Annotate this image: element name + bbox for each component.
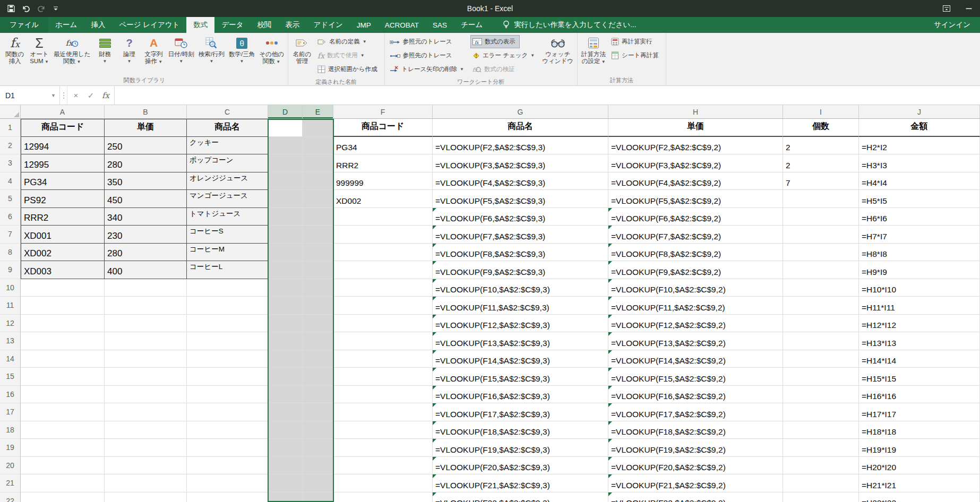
cell-B19[interactable] — [105, 439, 187, 457]
cell-J22[interactable]: =H22*I22 — [859, 492, 980, 502]
minimize-button[interactable] — [958, 0, 980, 17]
cell-E13[interactable] — [303, 332, 333, 350]
cell-I2[interactable]: 2 — [783, 137, 859, 155]
cell-H5[interactable]: =VLOOKUP(F5,$A$2:$C$9,2) — [608, 190, 783, 208]
row-header-7[interactable]: 7 — [0, 226, 21, 244]
column-header-I[interactable]: I — [783, 105, 859, 118]
cell-J13[interactable]: =H13*I13 — [859, 332, 980, 350]
tab-insert[interactable]: 挿入 — [84, 17, 112, 33]
cell-B7[interactable]: 230 — [105, 226, 187, 244]
cell-G18[interactable]: =VLOOKUP(F18,$A$2:$C$9,3) — [433, 421, 608, 439]
cell-F3[interactable]: RRR2 — [333, 154, 433, 172]
cell-A3[interactable]: 12995 — [21, 154, 105, 172]
ribbon-display-options-button[interactable] — [935, 0, 958, 17]
cell-I15[interactable] — [783, 368, 859, 386]
tab-file[interactable]: ファイル — [0, 17, 48, 33]
cell-D15[interactable] — [268, 368, 303, 386]
cell-H12[interactable]: =VLOOKUP(F12,$A$2:$C$9,2) — [608, 315, 783, 333]
cell-F9[interactable] — [333, 261, 433, 279]
cell-A10[interactable] — [21, 279, 105, 297]
cell-J15[interactable]: =H15*I15 — [859, 368, 980, 386]
formula-input[interactable] — [115, 86, 980, 105]
cell-H16[interactable]: =VLOOKUP(F16,$A$2:$C$9,2) — [608, 386, 783, 404]
cell-I6[interactable] — [783, 208, 859, 226]
cell-C2[interactable]: クッキー — [187, 137, 268, 155]
cell-C21[interactable] — [187, 474, 268, 492]
cell-G3[interactable]: =VLOOKUP(F3,$A$2:$C$9,3) — [433, 154, 608, 172]
cell-G9[interactable]: =VLOOKUP(F9,$A$2:$C$9,3) — [433, 261, 608, 279]
cell-H22[interactable]: =VLOOKUP(F22,$A$2:$C$9,2) — [608, 492, 783, 502]
cell-C11[interactable] — [187, 297, 268, 315]
cell-G5[interactable]: =VLOOKUP(F5,$A$2:$C$9,3) — [433, 190, 608, 208]
cell-C4[interactable]: オレンジジュース — [187, 172, 268, 191]
cell-C5[interactable]: マンゴージュース — [187, 190, 268, 208]
cell-A14[interactable] — [21, 350, 105, 368]
cell-D18[interactable] — [268, 421, 303, 439]
cell-G21[interactable]: =VLOOKUP(F21,$A$2:$C$9,3) — [433, 474, 608, 492]
cell-C19[interactable] — [187, 439, 268, 457]
cell-F1[interactable]: 商品コード — [333, 119, 433, 137]
column-header-G[interactable]: G — [433, 105, 608, 118]
row-header-5[interactable]: 5 — [0, 190, 21, 208]
tab-jmp[interactable]: JMP — [350, 17, 378, 33]
cancel-button[interactable]: × — [68, 86, 83, 105]
cell-F7[interactable] — [333, 226, 433, 244]
text-functions-button[interactable]: A文字列操作 ▼ — [142, 33, 166, 76]
cell-A6[interactable]: RRR2 — [21, 208, 105, 226]
cell-A5[interactable]: PS92 — [21, 190, 105, 208]
date-time-button[interactable]: 日付/時刻▼ — [166, 33, 196, 76]
cell-B15[interactable] — [105, 368, 187, 386]
tab-home[interactable]: ホーム — [48, 17, 84, 33]
cell-I13[interactable] — [783, 332, 859, 350]
cell-B4[interactable]: 350 — [105, 172, 187, 191]
cell-B18[interactable] — [105, 421, 187, 439]
cell-B17[interactable] — [105, 403, 187, 421]
cell-I3[interactable]: 2 — [783, 154, 859, 172]
cell-G4[interactable]: =VLOOKUP(F4,$A$2:$C$9,3) — [433, 172, 608, 191]
cell-C8[interactable]: コーヒーM — [187, 244, 268, 262]
cell-J5[interactable]: =H5*I5 — [859, 190, 980, 208]
cell-G2[interactable]: =VLOOKUP(F2,$A$2:$C$9,3) — [433, 137, 608, 155]
row-header-22[interactable]: 22 — [0, 492, 21, 502]
cell-J2[interactable]: =H2*I2 — [859, 137, 980, 155]
cell-D19[interactable] — [268, 439, 303, 457]
redo-button[interactable] — [34, 2, 48, 15]
cell-F22[interactable] — [333, 492, 433, 502]
cell-A19[interactable] — [21, 439, 105, 457]
cell-E11[interactable] — [303, 297, 333, 315]
cell-J7[interactable]: =H7*I7 — [859, 226, 980, 244]
cell-A20[interactable] — [21, 457, 105, 475]
cell-C15[interactable] — [187, 368, 268, 386]
cell-C13[interactable] — [187, 332, 268, 350]
cell-C17[interactable] — [187, 403, 268, 421]
row-header-18[interactable]: 18 — [0, 421, 21, 439]
tab-view[interactable]: 表示 — [279, 17, 307, 33]
cell-I7[interactable] — [783, 226, 859, 244]
cell-A22[interactable] — [21, 492, 105, 502]
cell-E5[interactable] — [303, 190, 333, 208]
tab-page-layout[interactable]: ページ レイアウト — [112, 17, 186, 33]
calculate-sheet-button[interactable]: シート再計算 — [609, 49, 663, 62]
cell-G16[interactable]: =VLOOKUP(F16,$A$2:$C$9,3) — [433, 386, 608, 404]
tab-data[interactable]: データ — [214, 17, 250, 33]
cell-I14[interactable] — [783, 350, 859, 368]
cell-H9[interactable]: =VLOOKUP(F9,$A$2:$C$9,2) — [608, 261, 783, 279]
cell-F18[interactable] — [333, 421, 433, 439]
cell-D7[interactable] — [268, 226, 303, 244]
name-box-dropdown-icon[interactable]: ▼ — [51, 93, 59, 98]
tab-team[interactable]: チーム — [454, 17, 489, 33]
cell-I10[interactable] — [783, 279, 859, 297]
cell-J16[interactable]: =H16*I16 — [859, 386, 980, 404]
create-from-selection-button[interactable]: 選択範囲から作成 — [315, 63, 382, 76]
cell-D11[interactable] — [268, 297, 303, 315]
cell-E10[interactable] — [303, 279, 333, 297]
cell-B14[interactable] — [105, 350, 187, 368]
cell-J20[interactable]: =H20*I20 — [859, 457, 980, 475]
row-header-1[interactable]: 1 — [0, 119, 21, 137]
autosum-button[interactable]: ΣオートSUM ▼ — [27, 33, 51, 76]
cell-G15[interactable]: =VLOOKUP(F15,$A$2:$C$9,3) — [433, 368, 608, 386]
cell-J11[interactable]: =H11*I11 — [859, 297, 980, 315]
cell-F21[interactable] — [333, 474, 433, 492]
cell-E22[interactable] — [303, 492, 333, 502]
define-name-button[interactable]: 名前の定義▼ — [315, 35, 371, 48]
